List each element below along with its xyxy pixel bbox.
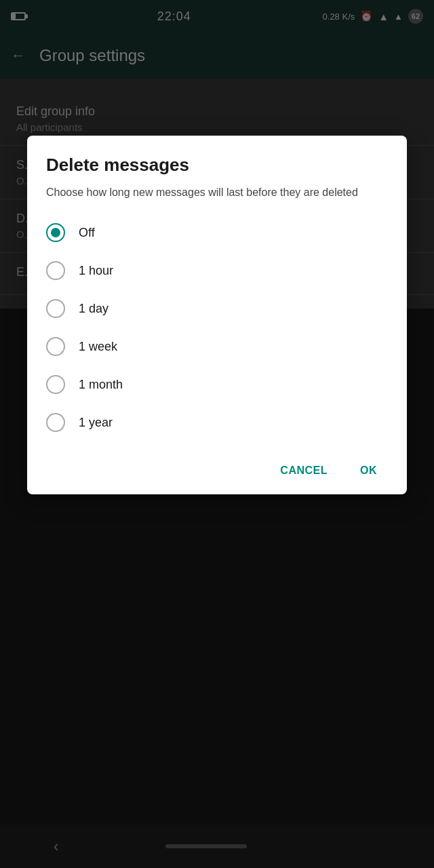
radio-circle-off xyxy=(46,223,65,242)
radio-label-1month: 1 month xyxy=(79,378,123,392)
radio-option-1month[interactable]: 1 month xyxy=(46,366,388,403)
cancel-button[interactable]: CANCEL xyxy=(269,458,338,484)
radio-label-1year: 1 year xyxy=(79,416,113,430)
radio-label-1day: 1 day xyxy=(79,302,108,316)
dialog-overlay: Delete messages Choose how long new mess… xyxy=(0,0,434,868)
radio-label-1week: 1 week xyxy=(79,340,117,354)
radio-circle-1day xyxy=(46,299,65,318)
radio-option-1day[interactable]: 1 day xyxy=(46,290,388,328)
radio-circle-1year xyxy=(46,413,65,432)
radio-circle-1week xyxy=(46,337,65,356)
radio-option-1year[interactable]: 1 year xyxy=(46,403,388,441)
dialog-description: Choose how long new messages will last b… xyxy=(46,185,388,200)
radio-options-list: Off 1 hour 1 day 1 week 1 month xyxy=(46,214,388,441)
radio-option-1hour[interactable]: 1 hour xyxy=(46,252,388,290)
radio-option-1week[interactable]: 1 week xyxy=(46,328,388,366)
ok-button[interactable]: OK xyxy=(349,458,388,484)
radio-label-1hour: 1 hour xyxy=(79,264,113,278)
delete-messages-dialog: Delete messages Choose how long new mess… xyxy=(27,136,407,494)
dialog-actions: CANCEL OK xyxy=(46,452,388,484)
dialog-title: Delete messages xyxy=(46,155,388,176)
radio-circle-1hour xyxy=(46,261,65,280)
radio-circle-1month xyxy=(46,375,65,394)
radio-label-off: Off xyxy=(79,226,95,240)
radio-option-off[interactable]: Off xyxy=(46,214,388,252)
